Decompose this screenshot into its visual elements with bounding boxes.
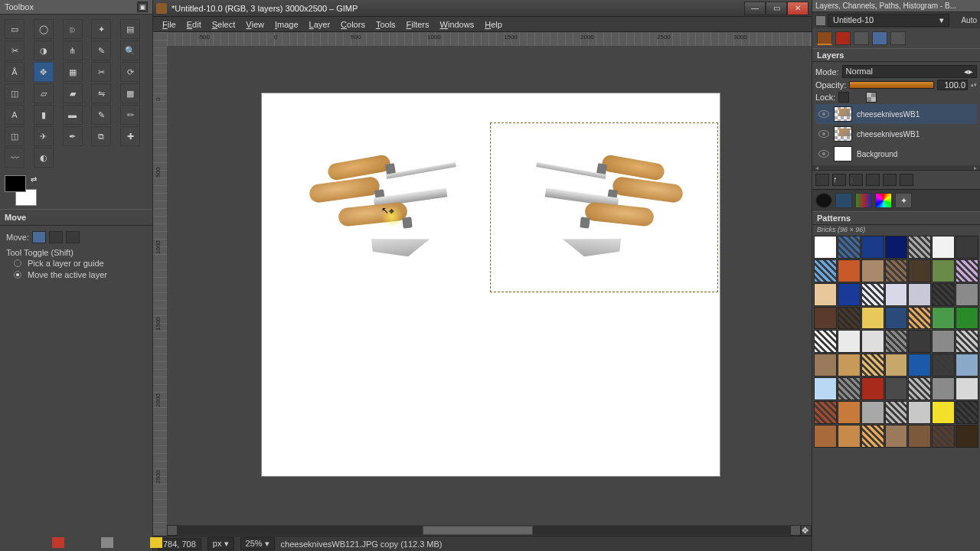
pattern-swatch[interactable]: [908, 283, 931, 306]
pattern-swatch[interactable]: [932, 401, 955, 424]
pattern-swatch[interactable]: [814, 283, 837, 306]
pattern-swatch[interactable]: [956, 377, 978, 400]
menu-windows[interactable]: Windows: [436, 18, 479, 31]
layer-down-button[interactable]: ↓: [849, 174, 863, 186]
layer-new-button[interactable]: [815, 174, 829, 186]
pattern-swatch[interactable]: [838, 236, 861, 259]
menu-file[interactable]: File: [158, 18, 181, 31]
tab-channels[interactable]: [835, 31, 851, 45]
tray-icon-1[interactable]: [52, 537, 64, 548]
dodge-burn-tool[interactable]: ◐: [34, 148, 54, 168]
opacity-value[interactable]: 100.0: [937, 80, 968, 90]
layer-name[interactable]: Background: [857, 150, 897, 158]
move-tool[interactable]: ✥: [34, 62, 54, 82]
tray-icon-2[interactable]: [101, 537, 113, 548]
pattern-swatch[interactable]: [956, 354, 978, 377]
tab-palettes[interactable]: [875, 193, 892, 208]
pattern-swatch[interactable]: [956, 236, 978, 259]
pattern-swatch[interactable]: [838, 377, 861, 400]
pattern-swatch[interactable]: [956, 330, 978, 353]
menu-filters[interactable]: Filters: [402, 18, 434, 31]
menu-select[interactable]: Select: [207, 18, 240, 31]
tab-brush[interactable]: [815, 193, 832, 208]
pattern-swatch[interactable]: [932, 330, 955, 353]
foreground-select-tool[interactable]: ◑: [34, 41, 54, 60]
pattern-swatch[interactable]: [908, 330, 931, 353]
pattern-swatch[interactable]: [838, 307, 861, 330]
pattern-swatch[interactable]: [932, 283, 955, 306]
lock-alpha-toggle[interactable]: [866, 92, 877, 103]
pattern-swatch[interactable]: [861, 377, 884, 400]
layer-name[interactable]: cheeseknivesWB1: [857, 110, 920, 119]
pattern-swatch[interactable]: [908, 259, 931, 282]
pattern-swatch[interactable]: [814, 259, 837, 282]
tab-brushes[interactable]: [890, 31, 906, 45]
pattern-swatch[interactable]: [885, 259, 908, 282]
pattern-swatch[interactable]: [956, 401, 978, 424]
paths-tool[interactable]: ⋔: [63, 41, 83, 60]
pattern-swatch[interactable]: [908, 307, 931, 330]
pattern-swatch[interactable]: [861, 307, 884, 330]
shear-tool[interactable]: ▱: [34, 83, 54, 103]
status-zoom[interactable]: 25% ▾: [240, 537, 275, 550]
pattern-swatch[interactable]: [956, 425, 978, 448]
status-unit[interactable]: px ▾: [207, 537, 234, 550]
pattern-swatch[interactable]: [814, 307, 837, 330]
pattern-swatch[interactable]: [908, 401, 931, 424]
radio-pick-layer[interactable]: [14, 259, 21, 267]
pattern-swatch[interactable]: [885, 236, 908, 259]
pattern-swatch[interactable]: [838, 330, 861, 353]
move-mode-selection-button[interactable]: [49, 231, 63, 243]
move-mode-layer-button[interactable]: [32, 231, 46, 243]
menu-edit[interactable]: Edit: [182, 18, 206, 31]
pattern-swatch[interactable]: [861, 283, 884, 306]
layer-visibility-toggle[interactable]: [818, 130, 829, 138]
bucket-fill-tool[interactable]: ▮: [34, 105, 54, 125]
align-tool[interactable]: ▦: [63, 62, 83, 82]
scale-tool[interactable]: ◫: [5, 83, 24, 103]
layer-visibility-toggle[interactable]: [818, 110, 829, 118]
smudge-tool[interactable]: 〰: [5, 148, 24, 168]
pattern-swatch[interactable]: [908, 354, 931, 377]
tab-histogram[interactable]: [872, 31, 887, 45]
menu-view[interactable]: View: [241, 18, 269, 31]
pattern-swatch[interactable]: [956, 283, 978, 306]
pattern-swatch[interactable]: [814, 330, 837, 353]
scroll-right-button[interactable]: [790, 525, 801, 536]
canvas-area[interactable]: ↖✥: [167, 46, 812, 525]
move-mode-path-button[interactable]: [66, 231, 80, 243]
layer-row[interactable]: cheeseknivesWB1: [815, 124, 977, 144]
layer-anchor-button[interactable]: [883, 174, 897, 186]
pattern-swatch[interactable]: [932, 307, 955, 330]
rect-select-tool[interactable]: ▭: [5, 19, 24, 39]
horizontal-ruler[interactable]: -500050010001500200025003000: [167, 32, 812, 46]
cage-tool[interactable]: ▩: [120, 83, 140, 103]
pattern-swatch[interactable]: [861, 330, 884, 353]
scroll-left-button[interactable]: [167, 525, 178, 536]
menu-tools[interactable]: Tools: [371, 18, 400, 31]
window-maximize-button[interactable]: ▭: [766, 2, 787, 15]
text-tool[interactable]: A: [5, 105, 24, 125]
pattern-swatch[interactable]: [861, 401, 884, 424]
eraser-tool[interactable]: ◫: [5, 126, 24, 146]
layer-duplicate-button[interactable]: [866, 174, 880, 186]
perspective-tool[interactable]: ▰: [63, 83, 83, 103]
pattern-swatch[interactable]: [814, 425, 837, 448]
crop-tool[interactable]: ✂: [91, 62, 111, 82]
horizontal-scrollbar[interactable]: ✥: [167, 525, 812, 536]
rotate-tool[interactable]: ⟳: [120, 62, 140, 82]
menu-help[interactable]: Help: [480, 18, 507, 31]
scissors-tool[interactable]: ✂: [5, 41, 24, 60]
pattern-swatch[interactable]: [814, 354, 837, 377]
tab-layers[interactable]: [817, 31, 832, 45]
fg-color-swatch[interactable]: [5, 175, 26, 192]
free-select-tool[interactable]: ⟄: [63, 19, 83, 39]
vertical-ruler[interactable]: 05001000150020002500: [153, 32, 167, 536]
ellipse-select-tool[interactable]: ◯: [34, 19, 54, 39]
layer-name[interactable]: cheeseknivesWB1: [857, 130, 920, 139]
pattern-swatch[interactable]: [908, 425, 931, 448]
layer-delete-button[interactable]: [900, 174, 913, 186]
pattern-swatch[interactable]: [956, 307, 978, 330]
pattern-swatch[interactable]: [932, 236, 955, 259]
layer-row[interactable]: cheeseknivesWB1: [815, 104, 977, 124]
